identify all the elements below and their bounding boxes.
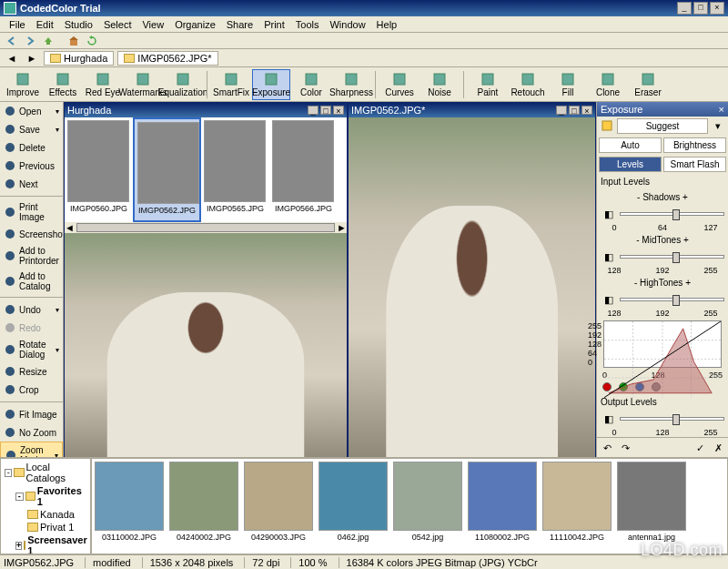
picker-icon[interactable]: ◧ [601, 207, 617, 221]
menu-studio[interactable]: Studio [59, 19, 98, 30]
retouch-button[interactable]: Retouch [509, 69, 547, 100]
maximize-button[interactable]: □ [693, 2, 708, 15]
browser-image-view[interactable] [65, 233, 347, 457]
tab-levels[interactable]: Levels [599, 157, 662, 172]
panel-close-icon[interactable]: × [719, 104, 724, 115]
breadcrumb-1[interactable]: IMGP0562.JPG* [117, 51, 217, 66]
filmstrip[interactable]: 03110002.JPG04240002.JPG04290003.JPG0462… [91, 458, 728, 554]
tree-root[interactable]: -Local Catalogs [3, 461, 88, 484]
tree-item[interactable]: Privat 1 [3, 521, 88, 533]
lp-rotate-dialog[interactable]: Rotate Dialog▾ [0, 337, 63, 362]
main-image-view[interactable] [349, 117, 595, 457]
exposure-button[interactable]: Exposure [252, 69, 290, 100]
thumb[interactable]: IMGP0562.JPG [133, 117, 201, 222]
doc-close[interactable]: × [333, 106, 344, 115]
tree-item[interactable]: +Screensaver 1 [3, 533, 88, 554]
smartfix-button[interactable]: SmartFix [212, 69, 250, 100]
apply-button[interactable]: ✓ [692, 441, 708, 455]
imgdoc-max[interactable]: □ [569, 106, 580, 115]
clone-button[interactable]: Clone [589, 69, 627, 100]
menu-view[interactable]: View [136, 19, 169, 30]
catalog-tree[interactable]: -Local Catalogs-Favorites 1KanadaPrivat … [0, 458, 91, 554]
redo-panel-button[interactable]: ↷ [617, 441, 633, 455]
lp-save[interactable]: Save▾ [0, 120, 63, 138]
equalization-button[interactable]: Equalization [164, 69, 202, 100]
cancel-button[interactable]: ✗ [710, 441, 726, 455]
doc-max[interactable]: □ [320, 106, 331, 115]
color-button[interactable]: Color [292, 69, 330, 100]
image-window[interactable]: IMGP0562.JPG*_□× [348, 102, 596, 457]
minimize-button[interactable]: _ [677, 2, 692, 15]
breadcrumb-0[interactable]: Hurghada [44, 51, 114, 66]
menu-print[interactable]: Print [258, 19, 290, 30]
exposure-tool-icon[interactable] [599, 118, 615, 133]
paint-button[interactable]: Paint [469, 69, 507, 100]
nav-up-button[interactable] [40, 34, 56, 48]
browser-window[interactable]: Hurghada_□× IMGP0560.JPGIMGP0562.JPGIMGP… [64, 102, 348, 457]
eraser-button[interactable]: Eraser [629, 69, 667, 100]
nav-back-button[interactable] [4, 34, 20, 48]
lp-delete[interactable]: Delete [0, 138, 63, 157]
close-button[interactable]: × [710, 2, 724, 15]
filmstrip-thumb[interactable]: 04290003.JPG [241, 459, 316, 554]
tree-item[interactable]: Kanada [3, 508, 88, 521]
thumb[interactable]: IMGP0565.JPG [201, 117, 269, 222]
curves-button[interactable]: Curves [380, 69, 419, 100]
nav-prev-icon[interactable]: ◄ [4, 51, 20, 66]
fill-button[interactable]: Fill [549, 69, 587, 100]
suggest-button[interactable]: Suggest [617, 118, 708, 134]
tab-auto[interactable]: Auto [599, 137, 662, 153]
lp-previous[interactable]: Previous [0, 157, 63, 175]
histogram[interactable]: 255192128640 [603, 320, 722, 368]
filmstrip-thumb[interactable]: 11110042.JPG [540, 459, 614, 554]
filmstrip-thumb[interactable]: 04240002.JPG [167, 459, 241, 554]
effects-button[interactable]: Effects [44, 69, 82, 100]
improve-button[interactable]: Improve [4, 69, 42, 100]
thumb[interactable]: IMGP0566.JPG [269, 117, 338, 222]
filmstrip-thumb[interactable]: 11080002.JPG [465, 459, 540, 554]
filmstrip-thumb[interactable]: 0542.jpg [390, 459, 465, 554]
menu-share[interactable]: Share [221, 19, 258, 30]
red-eye-button[interactable]: Red Eye [84, 69, 122, 100]
noise-button[interactable]: Noise [420, 69, 459, 100]
thumb[interactable]: IMGP0560.JPG [65, 117, 133, 222]
imgdoc-min[interactable]: _ [556, 106, 567, 115]
menu-organize[interactable]: Organize [169, 19, 221, 30]
level-slider[interactable] [620, 298, 724, 301]
menu-help[interactable]: Help [371, 19, 403, 30]
filmstrip-thumb[interactable]: antenna1.jpg [614, 459, 689, 554]
sharpness-button[interactable]: Sharpness [332, 69, 370, 100]
filmstrip-thumb[interactable]: 0462.jpg [316, 459, 390, 554]
menu-window[interactable]: Window [324, 19, 370, 30]
lp-redo[interactable]: Redo [0, 319, 63, 337]
tab-smart-flash[interactable]: Smart Flash [663, 157, 726, 172]
tree-item[interactable]: -Favorites 1 [3, 484, 88, 508]
menu-file[interactable]: File [4, 19, 31, 30]
lp-screenshow[interactable]: Screenshow [0, 225, 63, 243]
nav-fwd-button[interactable] [22, 34, 38, 48]
lp-add-to-printorder[interactable]: Add to Printorder [0, 243, 63, 269]
lp-crop[interactable]: Crop [0, 381, 63, 399]
menu-tools[interactable]: Tools [290, 19, 325, 30]
picker-icon[interactable]: ◧ [601, 249, 617, 264]
lp-zoom-mode[interactable]: Zoom Mode▾ [0, 442, 63, 457]
lp-undo[interactable]: Undo▾ [0, 300, 63, 319]
lp-print-image[interactable]: Print Image [0, 199, 63, 225]
lp-add-to-catalog[interactable]: Add to Catalog [0, 269, 63, 294]
filmstrip-thumb[interactable]: 03110002.JPG [92, 459, 167, 554]
lp-open[interactable]: Open▾ [0, 102, 63, 120]
thumb-scrollbar[interactable]: ◄► [65, 222, 347, 233]
home-button[interactable] [66, 34, 82, 48]
output-picker-icon[interactable]: ◧ [601, 412, 617, 426]
lp-resize[interactable]: Resize [0, 362, 63, 381]
picker-icon[interactable]: ◧ [601, 292, 617, 307]
nav-next-icon[interactable]: ► [24, 51, 40, 66]
lp-no-zoom[interactable]: No Zoom [0, 423, 63, 442]
refresh-button[interactable] [84, 34, 100, 48]
watermarks-button[interactable]: Watermarks [124, 69, 162, 100]
panel-menu-icon[interactable]: ▾ [710, 118, 726, 133]
doc-min[interactable]: _ [308, 106, 318, 115]
menu-select[interactable]: Select [98, 19, 137, 30]
menu-edit[interactable]: Edit [31, 19, 59, 30]
output-slider[interactable] [620, 417, 724, 421]
